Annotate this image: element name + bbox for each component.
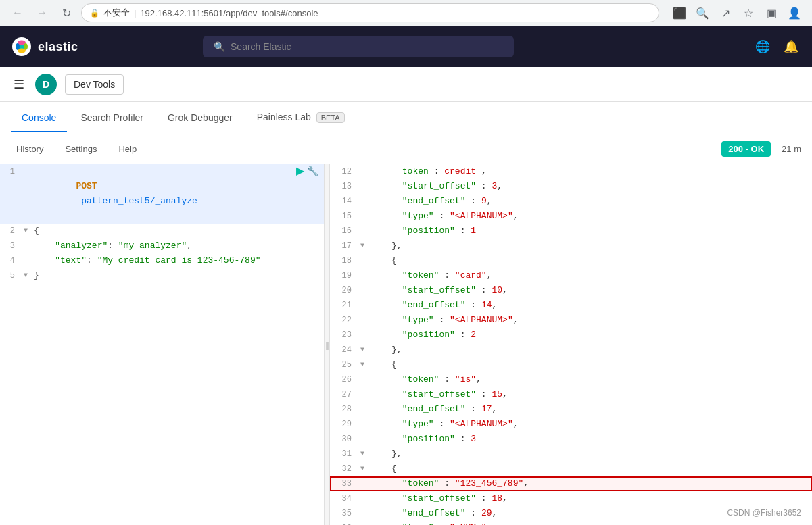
response-line-14: 14 "end_offset" : 9, — [330, 194, 812, 209]
response-line-27: 27 "start_offset" : 15, — [330, 387, 812, 402]
rline-content-19: "token" : "card", — [368, 268, 812, 283]
editor-line-1: 1 POST pattern_test5/_analyze ▶ 🔧 — [0, 164, 324, 224]
rline-content-15: "type" : "<ALPHANUM>", — [368, 209, 812, 224]
tab-painless-lab[interactable]: Painless Lab BETA — [246, 103, 356, 132]
tab-grok-debugger[interactable]: Grok Debugger — [157, 104, 243, 132]
line-fold-2[interactable]: ▼ — [20, 224, 31, 239]
line-num-5: 5 — [0, 268, 20, 283]
rline-num-30: 30 — [330, 432, 357, 447]
status-badge: 200 - OK — [721, 141, 771, 157]
settings-button[interactable]: Settings — [59, 141, 102, 157]
response-line-15: 15 "type" : "<ALPHANUM>", — [330, 209, 812, 224]
rline-num-28: 28 — [330, 402, 357, 417]
rline-num-27: 27 — [330, 387, 357, 402]
response-line-18: 18 { — [330, 253, 812, 268]
rline-num-32: 32 — [330, 461, 357, 476]
options-button[interactable]: 🔧 — [307, 166, 318, 176]
response-line-23: 23 "position" : 2 — [330, 328, 812, 343]
rline-content-22: "type" : "<ALPHANUM>", — [368, 313, 812, 328]
user-avatar: D — [35, 74, 57, 95]
rline-num-35: 35 — [330, 506, 357, 521]
response-line-31: 31 ▼ }, — [330, 447, 812, 461]
rline-fold-25[interactable]: ▼ — [357, 357, 368, 372]
response-line-17: 17 ▼ }, — [330, 239, 812, 253]
line-fold-5[interactable]: ▼ — [20, 268, 31, 283]
rline-content-20: "start_offset" : 10, — [368, 283, 812, 298]
rline-num-14: 14 — [330, 194, 357, 209]
elastic-header-actions: 🌐 🔔 — [753, 36, 801, 57]
rline-num-24: 24 — [330, 343, 357, 357]
history-button[interactable]: History — [11, 141, 49, 157]
rline-content-21: "end_offset" : 14, — [368, 298, 812, 313]
cast-button[interactable]: ⬛ — [670, 3, 689, 22]
address-bar: 🔓 不安全 | 192.168.42.111:5601/app/dev_tool… — [81, 3, 659, 22]
dev-tools-button[interactable]: Dev Tools — [65, 74, 124, 95]
elastic-logo-text: elastic — [38, 40, 78, 54]
hamburger-menu-button[interactable]: ☰ — [11, 74, 27, 95]
rline-num-33: 33 — [330, 476, 357, 491]
profile-button[interactable]: 👤 — [785, 3, 804, 22]
rline-content-16: "position" : 1 — [368, 224, 812, 239]
help-button[interactable]: Help — [113, 141, 142, 157]
tab-console[interactable]: Console — [11, 104, 67, 132]
security-warning: 不安全 — [103, 7, 130, 19]
run-button[interactable]: ▶ — [296, 164, 304, 177]
rline-num-19: 19 — [330, 268, 357, 283]
tab-search-profiler[interactable]: Search Profiler — [70, 104, 154, 132]
rline-fold-17[interactable]: ▼ — [357, 239, 368, 253]
line-actions-1: ▶ 🔧 — [291, 164, 324, 177]
forward-button[interactable]: → — [32, 3, 51, 22]
response-line-20: 20 "start_offset" : 10, — [330, 283, 812, 298]
browser-chrome: ← → ↻ 🔓 不安全 | 192.168.42.111:5601/app/de… — [0, 0, 812, 26]
bookmark-button[interactable]: ☆ — [739, 3, 758, 22]
editor-line-5: 5 ▼ } — [0, 268, 324, 283]
elastic-search-bar[interactable]: 🔍 — [203, 36, 514, 57]
rline-content-34: "start_offset" : 18, — [368, 491, 812, 506]
back-button[interactable]: ← — [8, 3, 27, 22]
rline-content-23: "position" : 2 — [368, 328, 812, 343]
rline-num-22: 22 — [330, 313, 357, 328]
rline-fold-31[interactable]: ▼ — [357, 447, 368, 461]
rline-num-25: 25 — [330, 357, 357, 372]
line-content-4[interactable]: "text": "My credit card is 123-456-789" — [31, 253, 324, 268]
response-line-19: 19 "token" : "card", — [330, 268, 812, 283]
rline-content-31: }, — [368, 447, 812, 461]
app-toolbar: ☰ D Dev Tools — [0, 67, 812, 102]
editor-line-3: 3 "analyzer": "my_analyzer", — [0, 239, 324, 253]
rline-content-13: "start_offset" : 3, — [368, 179, 812, 194]
response-line-25: 25 ▼ { — [330, 357, 812, 372]
rline-num-29: 29 — [330, 417, 357, 432]
rline-num-20: 20 — [330, 283, 357, 298]
rline-num-12: 12 — [330, 164, 357, 179]
rline-content-30: "position" : 3 — [368, 432, 812, 447]
rline-content-18: { — [368, 253, 812, 268]
rline-content-26: "token" : "is", — [368, 372, 812, 387]
layout-button[interactable]: ▣ — [762, 3, 781, 22]
search-button[interactable]: 🔍 — [693, 3, 712, 22]
rline-num-23: 23 — [330, 328, 357, 343]
line-content-1[interactable]: POST pattern_test5/_analyze — [31, 164, 291, 224]
panel-resizer[interactable]: ‖ — [325, 164, 330, 525]
rline-num-36: 36 — [330, 521, 357, 525]
rline-num-18: 18 — [330, 253, 357, 268]
rline-num-21: 21 — [330, 298, 357, 313]
search-icon: 🔍 — [214, 41, 225, 52]
line-content-3[interactable]: "analyzer": "my_analyzer", — [31, 239, 324, 253]
help-button[interactable]: 🌐 — [753, 36, 773, 57]
line-num-4: 4 — [0, 253, 20, 268]
rline-fold-32[interactable]: ▼ — [357, 461, 368, 476]
rline-content-25: { — [368, 357, 812, 372]
rline-content-32: { — [368, 461, 812, 476]
elastic-logo: elastic — [11, 36, 78, 57]
rline-fold-24[interactable]: ▼ — [357, 343, 368, 357]
refresh-button[interactable]: ↻ — [57, 3, 76, 22]
alerts-button[interactable]: 🔔 — [781, 36, 801, 57]
line-content-2[interactable]: { — [31, 224, 324, 239]
elastic-search-input[interactable] — [231, 41, 503, 52]
share-button[interactable]: ↗ — [716, 3, 735, 22]
response-line-30: 30 "position" : 3 — [330, 432, 812, 447]
line-content-5[interactable]: } — [31, 268, 324, 283]
response-line-16: 16 "position" : 1 — [330, 224, 812, 239]
beta-badge: BETA — [316, 112, 345, 123]
rline-content-29: "type" : "<ALPHANUM>", — [368, 417, 812, 432]
